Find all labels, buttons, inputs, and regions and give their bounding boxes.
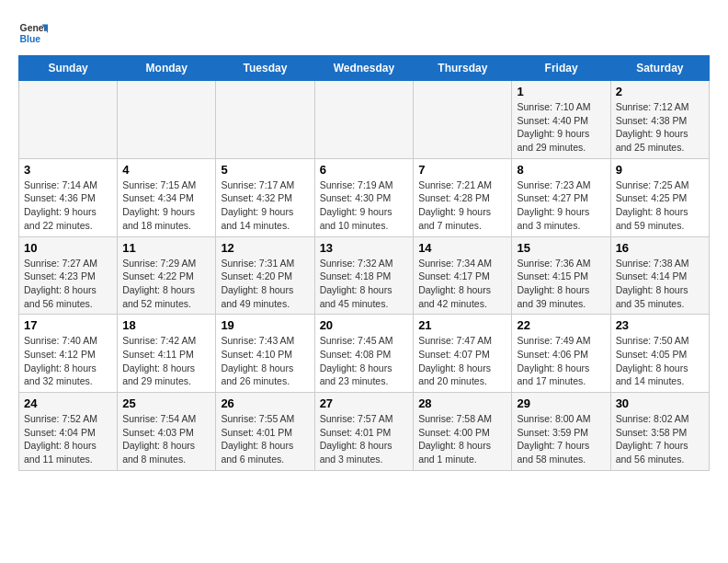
weekday-header: Tuesday xyxy=(216,56,314,81)
calendar-cell: 3Sunrise: 7:14 AM Sunset: 4:36 PM Daylig… xyxy=(19,158,118,236)
day-info: Sunrise: 7:31 AM Sunset: 4:20 PM Dayligh… xyxy=(221,257,309,311)
day-info: Sunrise: 7:12 AM Sunset: 4:38 PM Dayligh… xyxy=(616,100,704,155)
day-number: 11 xyxy=(122,241,210,255)
calendar-cell: 24Sunrise: 7:52 AM Sunset: 4:04 PM Dayli… xyxy=(19,393,118,471)
day-number: 4 xyxy=(122,163,210,177)
calendar-cell: 18Sunrise: 7:42 AM Sunset: 4:11 PM Dayli… xyxy=(118,315,216,393)
day-number: 6 xyxy=(320,163,409,177)
day-info: Sunrise: 7:14 AM Sunset: 4:36 PM Dayligh… xyxy=(24,178,112,233)
calendar-cell: 6Sunrise: 7:19 AM Sunset: 4:30 PM Daylig… xyxy=(314,158,414,236)
calendar-row: 10Sunrise: 7:27 AM Sunset: 4:23 PM Dayli… xyxy=(19,236,710,315)
day-info: Sunrise: 7:32 AM Sunset: 4:18 PM Dayligh… xyxy=(320,257,409,311)
calendar-cell: 14Sunrise: 7:34 AM Sunset: 4:17 PM Dayli… xyxy=(414,236,512,315)
calendar-table: SundayMondayTuesdayWednesdayThursdayFrid… xyxy=(18,55,710,471)
calendar-row: 24Sunrise: 7:52 AM Sunset: 4:04 PM Dayli… xyxy=(19,393,710,471)
calendar-cell: 7Sunrise: 7:21 AM Sunset: 4:28 PM Daylig… xyxy=(414,158,512,236)
day-info: Sunrise: 7:34 AM Sunset: 4:17 PM Dayligh… xyxy=(418,257,506,311)
day-number: 30 xyxy=(616,396,704,410)
day-info: Sunrise: 7:17 AM Sunset: 4:32 PM Dayligh… xyxy=(221,178,309,233)
day-number: 20 xyxy=(320,318,409,332)
day-info: Sunrise: 7:25 AM Sunset: 4:25 PM Dayligh… xyxy=(616,178,704,233)
svg-text:Blue: Blue xyxy=(20,34,41,44)
day-number: 5 xyxy=(221,163,309,177)
calendar-cell xyxy=(314,81,414,159)
day-info: Sunrise: 7:38 AM Sunset: 4:14 PM Dayligh… xyxy=(616,257,704,311)
calendar-cell xyxy=(216,81,314,159)
calendar-cell xyxy=(414,81,512,159)
calendar-cell: 28Sunrise: 7:58 AM Sunset: 4:00 PM Dayli… xyxy=(414,393,512,471)
day-info: Sunrise: 7:10 AM Sunset: 4:40 PM Dayligh… xyxy=(517,100,605,155)
calendar-cell: 9Sunrise: 7:25 AM Sunset: 4:25 PM Daylig… xyxy=(610,158,709,236)
calendar-cell: 29Sunrise: 8:00 AM Sunset: 3:59 PM Dayli… xyxy=(512,393,610,471)
day-number: 13 xyxy=(320,241,409,255)
calendar-row: 17Sunrise: 7:40 AM Sunset: 4:12 PM Dayli… xyxy=(19,315,710,393)
calendar-cell: 16Sunrise: 7:38 AM Sunset: 4:14 PM Dayli… xyxy=(610,236,709,315)
day-info: Sunrise: 8:00 AM Sunset: 3:59 PM Dayligh… xyxy=(517,412,605,466)
day-number: 3 xyxy=(24,163,112,177)
day-info: Sunrise: 7:21 AM Sunset: 4:28 PM Dayligh… xyxy=(418,178,506,233)
day-info: Sunrise: 7:43 AM Sunset: 4:10 PM Dayligh… xyxy=(221,334,309,388)
calendar-row: 1Sunrise: 7:10 AM Sunset: 4:40 PM Daylig… xyxy=(19,81,710,159)
day-info: Sunrise: 7:40 AM Sunset: 4:12 PM Dayligh… xyxy=(24,334,112,388)
calendar-cell: 17Sunrise: 7:40 AM Sunset: 4:12 PM Dayli… xyxy=(19,315,118,393)
calendar-cell xyxy=(118,81,216,159)
calendar-body: 1Sunrise: 7:10 AM Sunset: 4:40 PM Daylig… xyxy=(19,81,710,471)
day-number: 25 xyxy=(122,396,210,410)
calendar-cell xyxy=(19,81,118,159)
calendar-cell: 4Sunrise: 7:15 AM Sunset: 4:34 PM Daylig… xyxy=(118,158,216,236)
day-number: 21 xyxy=(418,318,506,332)
weekday-header: Wednesday xyxy=(314,56,414,81)
day-number: 14 xyxy=(418,241,506,255)
weekday-header: Sunday xyxy=(19,56,118,81)
calendar-row: 3Sunrise: 7:14 AM Sunset: 4:36 PM Daylig… xyxy=(19,158,710,236)
day-info: Sunrise: 7:29 AM Sunset: 4:22 PM Dayligh… xyxy=(122,257,210,311)
weekday-header: Monday xyxy=(118,56,216,81)
day-number: 27 xyxy=(320,396,409,410)
day-info: Sunrise: 7:15 AM Sunset: 4:34 PM Dayligh… xyxy=(122,178,210,233)
calendar-cell: 8Sunrise: 7:23 AM Sunset: 4:27 PM Daylig… xyxy=(512,158,610,236)
day-number: 17 xyxy=(24,318,112,332)
calendar-cell: 10Sunrise: 7:27 AM Sunset: 4:23 PM Dayli… xyxy=(19,236,118,315)
calendar-cell: 22Sunrise: 7:49 AM Sunset: 4:06 PM Dayli… xyxy=(512,315,610,393)
logo-icon: General Blue xyxy=(18,18,48,48)
day-number: 9 xyxy=(616,163,704,177)
calendar-cell: 5Sunrise: 7:17 AM Sunset: 4:32 PM Daylig… xyxy=(216,158,314,236)
weekday-header: Thursday xyxy=(414,56,512,81)
day-number: 23 xyxy=(616,318,704,332)
weekday-header: Saturday xyxy=(610,56,709,81)
calendar-cell: 2Sunrise: 7:12 AM Sunset: 4:38 PM Daylig… xyxy=(610,81,709,159)
day-info: Sunrise: 7:45 AM Sunset: 4:08 PM Dayligh… xyxy=(320,334,409,388)
calendar-header: SundayMondayTuesdayWednesdayThursdayFrid… xyxy=(19,56,710,81)
day-number: 1 xyxy=(517,85,605,98)
day-info: Sunrise: 7:42 AM Sunset: 4:11 PM Dayligh… xyxy=(122,334,210,388)
logo: General Blue xyxy=(18,18,51,48)
day-info: Sunrise: 7:36 AM Sunset: 4:15 PM Dayligh… xyxy=(517,257,605,311)
day-info: Sunrise: 7:49 AM Sunset: 4:06 PM Dayligh… xyxy=(517,334,605,388)
calendar-cell: 15Sunrise: 7:36 AM Sunset: 4:15 PM Dayli… xyxy=(512,236,610,315)
day-info: Sunrise: 7:50 AM Sunset: 4:05 PM Dayligh… xyxy=(616,334,704,388)
day-info: Sunrise: 7:52 AM Sunset: 4:04 PM Dayligh… xyxy=(24,412,112,466)
day-number: 19 xyxy=(221,318,309,332)
day-number: 22 xyxy=(517,318,605,332)
weekday-header: Friday xyxy=(512,56,610,81)
calendar-cell: 30Sunrise: 8:02 AM Sunset: 3:58 PM Dayli… xyxy=(610,393,709,471)
day-number: 18 xyxy=(122,318,210,332)
calendar-cell: 26Sunrise: 7:55 AM Sunset: 4:01 PM Dayli… xyxy=(216,393,314,471)
day-number: 24 xyxy=(24,396,112,410)
day-number: 12 xyxy=(221,241,309,255)
day-number: 10 xyxy=(24,241,112,255)
calendar-cell: 13Sunrise: 7:32 AM Sunset: 4:18 PM Dayli… xyxy=(314,236,414,315)
calendar-cell: 19Sunrise: 7:43 AM Sunset: 4:10 PM Dayli… xyxy=(216,315,314,393)
calendar-cell: 12Sunrise: 7:31 AM Sunset: 4:20 PM Dayli… xyxy=(216,236,314,315)
day-info: Sunrise: 7:55 AM Sunset: 4:01 PM Dayligh… xyxy=(221,412,309,466)
header-row: SundayMondayTuesdayWednesdayThursdayFrid… xyxy=(19,56,710,81)
day-info: Sunrise: 7:58 AM Sunset: 4:00 PM Dayligh… xyxy=(418,412,506,466)
day-number: 29 xyxy=(517,396,605,410)
calendar-cell: 11Sunrise: 7:29 AM Sunset: 4:22 PM Dayli… xyxy=(118,236,216,315)
day-number: 28 xyxy=(418,396,506,410)
day-info: Sunrise: 7:23 AM Sunset: 4:27 PM Dayligh… xyxy=(517,178,605,233)
day-info: Sunrise: 7:19 AM Sunset: 4:30 PM Dayligh… xyxy=(320,178,409,233)
day-number: 16 xyxy=(616,241,704,255)
day-number: 2 xyxy=(616,85,704,98)
day-info: Sunrise: 8:02 AM Sunset: 3:58 PM Dayligh… xyxy=(616,412,704,466)
